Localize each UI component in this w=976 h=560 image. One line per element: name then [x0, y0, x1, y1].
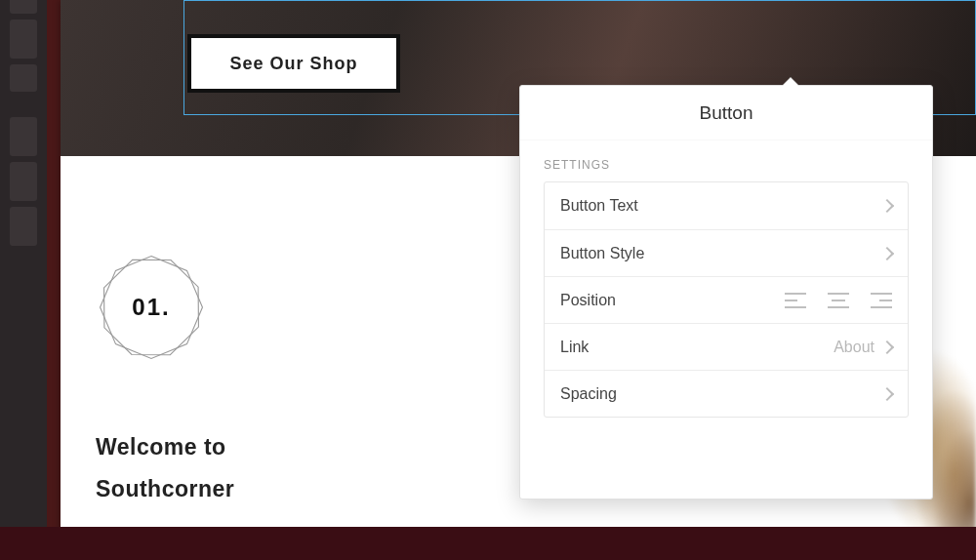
page-thumb[interactable] [10, 0, 37, 14]
setting-button-style[interactable]: Button Style [545, 229, 908, 276]
alignment-group [785, 293, 892, 308]
welcome-line-2: Southcorner [96, 468, 234, 510]
settings-section-label: SETTINGS [520, 140, 932, 181]
setting-position: Position [545, 276, 908, 323]
setting-label: Button Text [560, 197, 882, 215]
align-left-icon[interactable] [785, 293, 806, 308]
chevron-right-icon [880, 199, 894, 213]
setting-link[interactable]: Link About [545, 323, 908, 370]
setting-label: Link [560, 339, 834, 356]
button-settings-popover: Button SETTINGS Button Text Button Style… [519, 85, 933, 500]
setting-link-value: About [834, 339, 874, 356]
align-center-icon[interactable] [828, 293, 849, 308]
page-thumb[interactable] [10, 162, 37, 201]
settings-list: Button Text Button Style Position Link A… [544, 181, 909, 418]
editor-canvas: See Our Shop 01. Welcome to Southcorner … [61, 0, 976, 560]
setting-label: Spacing [560, 385, 882, 403]
chevron-right-icon [880, 340, 894, 353]
page-thumb[interactable] [10, 20, 37, 59]
setting-spacing[interactable]: Spacing [545, 370, 908, 417]
setting-label: Position [560, 292, 785, 309]
align-right-icon[interactable] [871, 293, 892, 308]
page-thumb[interactable] [10, 207, 37, 246]
welcome-heading: Welcome to Southcorner [96, 426, 234, 509]
left-page-rail [0, 0, 47, 560]
setting-button-text[interactable]: Button Text [545, 182, 908, 229]
page-thumb[interactable] [10, 117, 37, 156]
chevron-right-icon [880, 386, 894, 400]
popover-title: Button [520, 86, 932, 140]
section-badge: 01. [96, 252, 207, 363]
hero-cta-label: See Our Shop [229, 54, 357, 74]
chevron-right-icon [880, 246, 894, 260]
hero-cta-button[interactable]: See Our Shop [187, 34, 400, 93]
setting-label: Button Style [560, 245, 882, 262]
welcome-line-1: Welcome to [96, 426, 234, 468]
window-bottom-strip [0, 527, 976, 560]
page-thumb[interactable] [10, 64, 37, 92]
section-number: 01. [96, 252, 207, 363]
